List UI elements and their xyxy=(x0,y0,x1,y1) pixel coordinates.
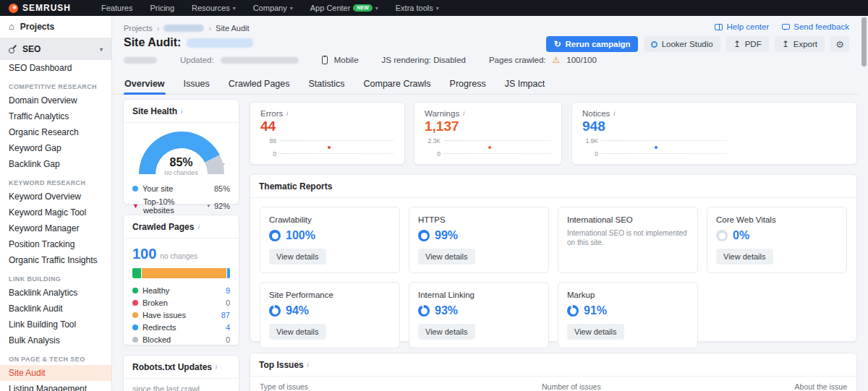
chevron-down-icon: ▾ xyxy=(207,203,210,209)
nav-item-pricing[interactable]: Pricing xyxy=(150,4,174,12)
sidebar-item-site-audit[interactable]: Site Audit xyxy=(0,365,111,381)
tab-statistics[interactable]: Statistics xyxy=(308,75,346,94)
crawled-pages-legend: Healthy 9 Broken 0 Have issues 87 Redire… xyxy=(124,278,239,345)
sidebar-item-keyword-magic-tool[interactable]: Keyword Magic Tool xyxy=(0,205,111,220)
sidebar-item-keyword-manager[interactable]: Keyword Manager xyxy=(0,220,111,236)
scrollbar-thumb[interactable] xyxy=(861,17,867,66)
book-icon xyxy=(715,24,723,30)
red-dot-icon xyxy=(132,300,138,306)
nav-item-resources[interactable]: Resources▾ xyxy=(192,4,236,12)
semrush-logo[interactable]: SEMRUSH xyxy=(9,3,71,13)
top-issues-column-headers: Type of issues Number of issues About th… xyxy=(250,377,856,391)
sidebar-item-backlink-gap[interactable]: Backlink Gap xyxy=(0,156,111,172)
view-details-button[interactable]: View details xyxy=(269,324,326,340)
sidebar-group-seo[interactable]: SEO ▾ xyxy=(0,38,111,60)
info-icon[interactable]: i xyxy=(286,110,288,117)
device-label: Mobile xyxy=(334,56,359,64)
sidebar-item-projects[interactable]: ⌂ Projects xyxy=(0,16,111,38)
redacted-project-name xyxy=(163,25,204,32)
view-details-button[interactable]: View details xyxy=(716,249,773,265)
rerun-campaign-button[interactable]: ↻ Rerun campaign xyxy=(546,36,637,52)
thematic-card-internal-linking: Internal Linking 93% View details xyxy=(409,282,549,348)
help-center-link[interactable]: Help center xyxy=(715,22,769,31)
sidebar-item-organic-traffic-insights[interactable]: Organic Traffic Insights xyxy=(0,252,111,268)
legend-row-broken: Broken 0 xyxy=(132,296,230,309)
key-icon xyxy=(9,46,17,53)
thematic-card-https: HTTPS 99% View details xyxy=(409,207,549,273)
upload-icon: ↥ xyxy=(733,40,741,48)
tab-issues[interactable]: Issues xyxy=(183,75,210,94)
sidebar-section-link-building: LINK BUILDING xyxy=(0,273,111,285)
view-details-button[interactable]: View details xyxy=(418,249,475,265)
js-rendering-label: JS rendering: Disabled xyxy=(382,56,466,64)
view-details-button[interactable]: View details xyxy=(567,324,624,340)
nav-item-extra-tools[interactable]: Extra tools▾ xyxy=(396,4,439,12)
data-point-dot xyxy=(328,146,331,149)
export-button[interactable]: ↥ Export xyxy=(775,36,825,52)
site-health-score: 85% xyxy=(139,156,224,169)
robots-txt-title: Robots.txt Updates xyxy=(132,362,212,372)
breadcrumb-projects[interactable]: Projects xyxy=(124,24,153,33)
info-icon[interactable]: i xyxy=(216,364,217,371)
legend-row-top10[interactable]: ▼ Top-10% websites ▾ 92% xyxy=(132,195,230,217)
sidebar-item-backlink-audit[interactable]: Backlink Audit xyxy=(0,301,111,317)
nav-item-features[interactable]: Features xyxy=(101,4,132,12)
thematic-card-crawlability: Crawlability 100% View details xyxy=(260,207,400,273)
chevron-down-icon: ▾ xyxy=(436,5,439,12)
help-links: Help center Send feedback xyxy=(715,22,849,31)
site-health-legend: Your site 85% ▼ Top-10% websites ▾ 92% xyxy=(124,175,239,217)
progress-ring-icon xyxy=(269,230,281,241)
tab-progress[interactable]: Progress xyxy=(449,75,487,94)
sidebar-item-backlink-analytics[interactable]: Backlink Analytics xyxy=(0,285,111,301)
crawled-pages-total[interactable]: 100 xyxy=(132,246,156,262)
redacted-domain xyxy=(187,38,253,48)
sidebar-item-position-tracking[interactable]: Position Tracking xyxy=(0,236,111,252)
sidebar-item-keyword-gap[interactable]: Keyword Gap xyxy=(0,140,111,156)
blue-dot-icon xyxy=(132,325,138,330)
info-icon[interactable]: i xyxy=(197,223,199,231)
column-about-the-issue: About the issue xyxy=(795,382,847,391)
sidebar-item-seo-dashboard[interactable]: SEO Dashboard xyxy=(0,60,111,76)
robots-txt-subtitle: since the last crawl xyxy=(124,379,239,391)
sidebar-item-bulk-analysis[interactable]: Bulk Analysis xyxy=(0,332,111,348)
pdf-export-button[interactable]: ↥ PDF xyxy=(726,36,769,52)
sidebar-item-keyword-overview[interactable]: Keyword Overview xyxy=(0,189,111,205)
tab-overview[interactable]: Overview xyxy=(124,75,166,94)
nav-item-app-center[interactable]: App Centernew▾ xyxy=(310,4,378,12)
looker-studio-icon xyxy=(651,41,658,48)
breadcrumb: Projects › › Site Audit xyxy=(124,24,250,33)
sidebar-item-traffic-analytics[interactable]: Traffic Analytics xyxy=(0,108,111,124)
settings-button[interactable]: ⚙ xyxy=(830,36,849,52)
view-details-button[interactable]: View details xyxy=(269,249,326,265)
info-icon[interactable]: i xyxy=(181,108,182,115)
view-details-button[interactable]: View details xyxy=(418,324,475,340)
tab-compare-crawls[interactable]: Compare Crawls xyxy=(363,75,432,94)
orange-dot-icon xyxy=(132,312,138,318)
sidebar-item-domain-overview[interactable]: Domain Overview xyxy=(0,93,111,108)
pages-crawled-value: 100/100 xyxy=(566,56,597,64)
sidebar-item-organic-research[interactable]: Organic Research xyxy=(0,124,111,140)
warnings-card: Warningsi 1,137 2.3K 0 xyxy=(414,102,562,165)
thematic-card-site-performance: Site Performance 94% View details xyxy=(260,282,400,348)
site-health-gauge: 85% no changes xyxy=(139,132,224,175)
sidebar-item-listing-management[interactable]: Listing Management xyxy=(0,381,111,391)
send-feedback-link[interactable]: Send feedback xyxy=(782,22,849,31)
info-icon[interactable]: i xyxy=(613,110,615,117)
main-content: Projects › › Site Audit Site Audit: Upda… xyxy=(112,16,859,391)
sidebar-item-link-building-tool[interactable]: Link Building Tool xyxy=(0,317,111,332)
warnings-value[interactable]: 1,137 xyxy=(414,118,561,134)
info-icon[interactable]: i xyxy=(463,110,464,117)
breadcrumb-current: Site Audit xyxy=(216,24,249,33)
nav-item-company[interactable]: Company▾ xyxy=(253,4,293,12)
chevron-down-icon: ▾ xyxy=(290,5,293,12)
notices-value[interactable]: 948 xyxy=(572,118,856,134)
errors-value[interactable]: 44 xyxy=(250,118,404,134)
info-icon[interactable]: i xyxy=(307,361,309,369)
semrush-logo-icon xyxy=(9,4,18,13)
top-issues-title: Top Issues xyxy=(259,360,304,370)
tab-crawled-pages[interactable]: Crawled Pages xyxy=(228,75,291,94)
chevron-down-icon: ▾ xyxy=(233,5,236,12)
looker-studio-button[interactable]: Looker Studio xyxy=(644,36,720,52)
tab-js-impact[interactable]: JS Impact xyxy=(504,75,546,94)
bar-segment-healthy xyxy=(132,268,141,278)
